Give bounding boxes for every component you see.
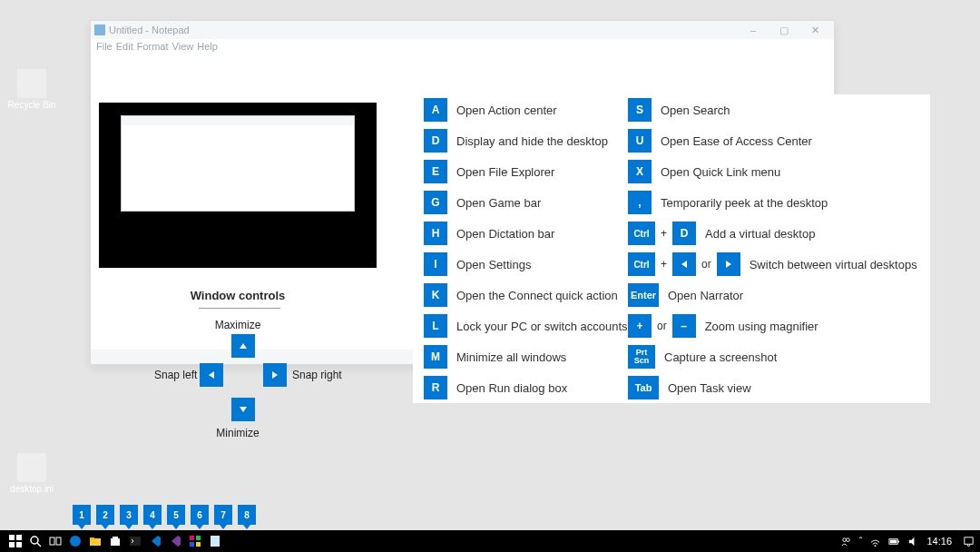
key-badge: Prt Scn [628,345,655,369]
edge-icon [69,535,82,547]
svg-point-8 [70,536,81,547]
chevron-right-icon [270,370,279,380]
or-joiner: or [657,320,667,332]
svg-rect-15 [196,536,201,540]
shortcut-row: KOpen the Connect quick action [424,280,628,310]
key-badge: A [424,98,447,122]
shortcut-desc: Zoom using magnifier [705,320,818,333]
vscode-icon [149,535,162,547]
notepad-icon [209,535,221,547]
svg-rect-0 [9,535,15,540]
plus-joiner: + [661,227,667,240]
menu-bar: File Edit Format View Help [91,39,834,55]
shortcut-row: IOpen Settings [424,249,628,280]
shortcut-desc: Capture a screenshot [664,350,777,364]
key-badge: , [628,191,652,214]
svg-rect-11 [111,538,120,546]
search-button[interactable] [25,530,45,552]
menu-help[interactable]: Help [197,41,218,52]
shortcut-desc: Temporarily peek at the desktop [661,196,828,210]
recycle-bin-icon[interactable]: Recycle Bin [4,69,60,110]
desktop-ini-icon[interactable]: desktop.ini [4,453,60,494]
taskbar-number-overlay: 12345678 [73,505,256,525]
shortcut-row: XOpen Quick Link menu [628,156,917,187]
volume-icon[interactable] [907,536,919,547]
grid-icon [189,535,201,547]
shortcut-row: DDisplay and hide the desktop [424,125,628,156]
shortcut-column-left: AOpen Action centerDDisplay and hide the… [424,94,628,403]
folder-icon [89,535,102,547]
shortcut-row: EnterOpen Narrator [628,280,917,310]
shortcut-column-right: SOpen SearchUOpen Ease of Access CenterX… [628,94,917,403]
svg-point-19 [843,537,847,541]
wifi-icon[interactable] [869,536,881,547]
edge-button[interactable] [65,530,85,552]
app-button-1[interactable] [185,530,205,552]
explorer-button[interactable] [85,530,105,552]
store-button[interactable] [105,530,125,552]
minimize-button[interactable]: – [738,25,769,35]
terminal-button[interactable] [125,530,145,552]
menu-format[interactable]: Format [137,41,169,52]
taskbar-number-key: 4 [143,505,162,525]
svg-rect-3 [16,542,22,547]
shortcut-desc: Open Search [661,104,730,117]
svg-rect-6 [50,537,54,545]
close-button[interactable]: ✕ [799,25,830,36]
menu-edit[interactable]: Edit [116,41,133,52]
menu-file[interactable]: File [96,41,113,52]
shortcut-desc: Lock your PC or switch accounts [456,320,628,333]
shortcut-row: Ctrl+orSwitch between virtual desktops [628,249,917,280]
minimize-label: Minimize [99,427,377,439]
trash-icon [17,69,46,98]
tray-chevron-icon[interactable]: ˆ [859,536,863,547]
menu-view[interactable]: View [172,41,194,52]
svg-rect-13 [130,537,141,546]
maximize-button[interactable]: ▢ [769,25,799,36]
shortcut-row: TabOpen Task view [628,372,917,403]
key-badge: H [424,222,447,245]
search-icon [29,535,42,547]
svg-line-5 [37,543,41,547]
task-view-button[interactable] [45,530,65,552]
shortcut-row: GOpen Game bar [424,187,628,218]
desktop-ini-label: desktop.ini [4,484,60,494]
battery-icon[interactable] [888,536,900,547]
key-badge: L [424,314,447,338]
shortcut-row: ROpen Run dialog box [424,372,628,403]
vs-icon [169,535,181,547]
chevron-down-icon [239,405,248,414]
svg-rect-24 [890,539,897,543]
svg-rect-23 [898,540,900,542]
notepad-taskbar-button[interactable] [205,530,225,552]
shortcut-desc: Open Quick Link menu [661,165,780,179]
arrow-down-key [231,398,255,421]
svg-rect-7 [56,537,61,545]
taskbar-number-key: 2 [96,505,114,525]
windows-icon [9,535,22,547]
notification-icon[interactable] [963,536,975,547]
chevron-up-icon [239,341,248,350]
arrow-right-key [717,252,740,276]
terminal-icon [129,535,142,547]
shortcut-desc: Add a virtual desktop [705,227,815,241]
file-icon [17,453,46,482]
start-button[interactable] [5,530,25,552]
plus-joiner: + [661,258,667,271]
key-badge: S [628,98,652,122]
or-joiner: or [701,258,711,271]
key-badge: Tab [628,376,659,399]
arrow-left-key [672,252,696,276]
svg-rect-2 [9,542,15,547]
vscode-button[interactable] [145,530,165,552]
arrow-left-key [200,363,223,387]
people-icon[interactable] [840,536,852,547]
shortcut-row: HOpen Dictation bar [424,218,628,249]
clock[interactable]: 14:16 [926,536,952,547]
shortcut-desc: Open Settings [456,258,531,271]
minus-key-badge: – [672,314,696,338]
taskbar-number-key: 6 [191,505,209,525]
vs-button[interactable] [165,530,185,552]
shortcut-desc: Open File Explorer [456,165,554,179]
key-badge: K [424,283,447,307]
